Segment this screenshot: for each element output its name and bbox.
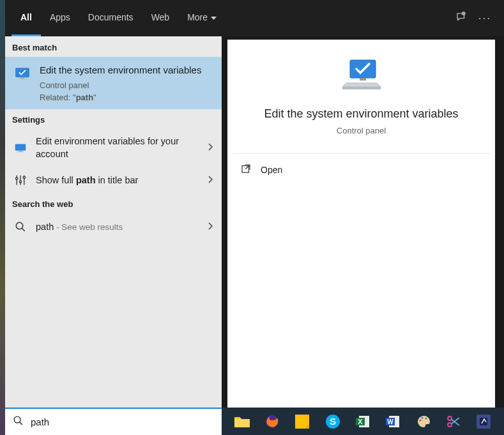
svg-point-32 xyxy=(419,419,421,421)
feedback-icon[interactable] xyxy=(455,11,467,25)
open-icon xyxy=(240,163,252,177)
best-match-item[interactable]: Edit the system environment variables Co… xyxy=(5,57,222,109)
palette-icon xyxy=(415,413,432,430)
svg-rect-17 xyxy=(342,87,381,89)
web-term: path xyxy=(36,222,54,232)
open-action[interactable]: Open xyxy=(227,154,495,186)
row-label: Edit environment variables for your acco… xyxy=(36,135,200,160)
best-match-text: Edit the system environment variables Co… xyxy=(40,64,213,102)
scope-tabs: All Apps Documents Web More xyxy=(11,0,225,36)
search-box[interactable] xyxy=(5,408,222,435)
web-hint: - See web results xyxy=(54,222,123,232)
tab-more-label: More xyxy=(187,12,208,22)
preview-title: Edit the system environment variables xyxy=(227,107,495,121)
svg-text:X: X xyxy=(358,418,363,425)
label-bold: path xyxy=(76,175,96,185)
taskbar-file-explorer[interactable] xyxy=(227,408,257,435)
row-label: Show full path in title bar xyxy=(36,174,200,187)
taskbar-sticky-notes[interactable] xyxy=(287,408,317,435)
taskbar-snipping-tool[interactable] xyxy=(438,408,468,435)
taskbar-firefox[interactable] xyxy=(257,408,287,435)
svg-point-19 xyxy=(14,416,20,423)
svg-point-33 xyxy=(421,416,423,418)
best-match-subtitle: Control panel xyxy=(40,80,213,90)
chevron-right-icon xyxy=(208,222,213,232)
svg-rect-4 xyxy=(15,144,26,150)
search-icon xyxy=(13,220,27,234)
chevron-right-icon xyxy=(208,143,213,153)
label-post: in title bar xyxy=(95,175,138,185)
web-result-item[interactable]: path - See web results xyxy=(5,213,222,240)
taskbar-excel[interactable]: X xyxy=(347,408,378,435)
preview-header: Edit the system environment variables Co… xyxy=(227,40,495,135)
row-label: path - See web results xyxy=(36,221,200,234)
preview-subtitle: Control panel xyxy=(227,126,495,135)
svg-point-35 xyxy=(420,423,422,425)
best-match-title: Edit the system environment variables xyxy=(40,64,213,77)
svg-point-13 xyxy=(16,223,23,230)
related-term: path xyxy=(76,93,93,102)
word-icon: W xyxy=(385,413,401,430)
related-suffix: " xyxy=(93,93,96,102)
more-options-icon[interactable]: ··· xyxy=(478,12,491,25)
sliders-icon xyxy=(13,173,27,187)
firefox-icon xyxy=(264,413,280,430)
open-label: Open xyxy=(261,165,282,175)
chevron-down-icon xyxy=(211,12,217,22)
app-icon xyxy=(475,413,492,430)
desktop-peek-strip xyxy=(0,0,5,435)
related-prefix: Related: " xyxy=(40,93,76,102)
svg-point-34 xyxy=(425,417,427,419)
scissors-icon xyxy=(445,413,462,430)
settings-item-env-vars-account[interactable]: Edit environment variables for your acco… xyxy=(5,129,222,167)
results-panel: Best match Edit the system environment v… xyxy=(5,36,222,408)
svg-rect-16 xyxy=(360,78,366,80)
chevron-right-icon xyxy=(208,176,213,185)
svg-rect-21 xyxy=(234,419,250,427)
section-best-match: Best match xyxy=(5,37,222,57)
search-scope-bar: All Apps Documents Web More ··· xyxy=(5,0,504,36)
svg-rect-2 xyxy=(20,77,24,79)
taskbar-skype[interactable]: S xyxy=(317,408,347,435)
taskbar-paint[interactable] xyxy=(408,408,438,435)
settings-item-show-full-path[interactable]: Show full path in title bar xyxy=(5,167,222,194)
sticky-notes-icon xyxy=(294,413,310,430)
svg-rect-3 xyxy=(17,79,27,80)
taskbar: S X W xyxy=(222,408,504,435)
tab-apps[interactable]: Apps xyxy=(41,0,79,36)
system-properties-icon-large xyxy=(341,57,382,93)
svg-text:W: W xyxy=(388,418,394,425)
search-icon xyxy=(13,415,24,429)
search-input[interactable] xyxy=(31,416,214,427)
tab-all[interactable]: All xyxy=(11,0,41,36)
svg-line-20 xyxy=(20,422,22,425)
svg-point-12 xyxy=(23,177,25,179)
taskbar-app[interactable] xyxy=(469,408,499,435)
svg-point-8 xyxy=(16,178,18,179)
top-right-controls: ··· xyxy=(455,11,498,25)
best-match-related: Related: "path" xyxy=(40,93,213,102)
taskbar-word[interactable]: W xyxy=(378,408,408,435)
svg-point-10 xyxy=(19,181,21,183)
section-settings: Settings xyxy=(5,109,222,129)
label-text: Edit environment variables for your acco… xyxy=(36,136,179,159)
label-pre: Show full xyxy=(36,175,76,185)
svg-line-14 xyxy=(22,229,25,232)
excel-icon: X xyxy=(355,413,371,430)
file-explorer-icon xyxy=(234,413,250,430)
skype-icon: S xyxy=(325,413,341,430)
tab-web[interactable]: Web xyxy=(142,0,179,36)
monitor-settings-icon xyxy=(13,141,27,155)
section-search-web: Search the web xyxy=(5,194,222,213)
tab-documents[interactable]: Documents xyxy=(79,0,142,36)
tab-more[interactable]: More xyxy=(178,0,225,36)
preview-pane: Edit the system environment variables Co… xyxy=(227,40,495,408)
svg-rect-5 xyxy=(19,150,22,151)
svg-text:S: S xyxy=(330,416,336,427)
system-properties-icon xyxy=(13,65,31,83)
svg-rect-6 xyxy=(17,151,24,152)
